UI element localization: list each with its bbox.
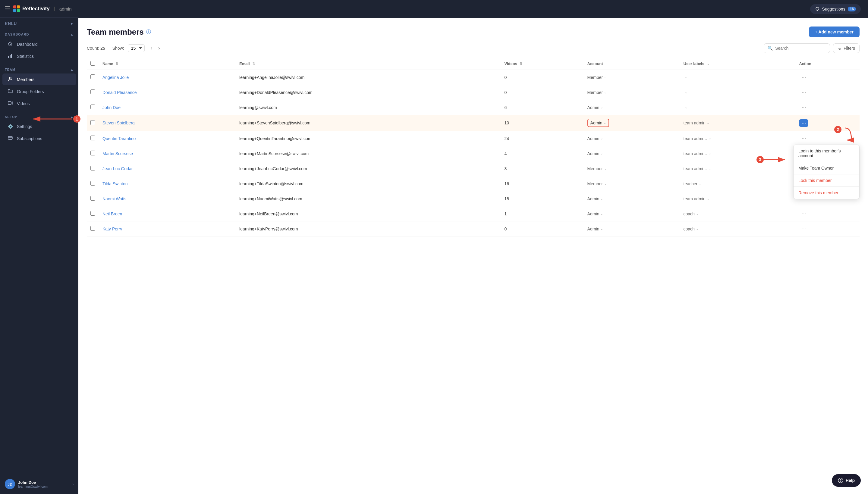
account-select[interactable]: Admin⌄	[587, 196, 676, 201]
row-checkbox[interactable]	[90, 226, 95, 231]
member-name-link[interactable]: Donald Pleasence	[103, 90, 137, 95]
dropdown-item-lock[interactable]: Lock this member	[794, 174, 859, 187]
sidebar-footer[interactable]: JD John Doe learning@swivl.com ›	[0, 474, 78, 494]
dashboard-section-header[interactable]: DASHBOARD ▲	[0, 30, 78, 38]
label-select[interactable]: ⌄	[684, 75, 792, 79]
filters-label: Filters	[844, 46, 855, 51]
sidebar-item-subscriptions[interactable]: Subscriptions	[2, 133, 76, 144]
label-select[interactable]: teacher⌄	[684, 181, 792, 186]
hamburger-icon[interactable]	[5, 6, 10, 12]
org-selector[interactable]: KNLU ▼	[0, 18, 78, 30]
sidebar-item-videos[interactable]: Videos	[2, 98, 76, 109]
member-name-link[interactable]: Jean-Luc Godar	[103, 166, 133, 171]
account-select[interactable]: Admin⌄	[587, 151, 676, 156]
member-name-link[interactable]: Naomi Watts	[103, 196, 127, 201]
row-checkbox[interactable]	[90, 166, 95, 170]
members-table: Name ⇅ Email ⇅ Videos ⇅ Account	[87, 58, 860, 236]
row-checkbox[interactable]	[90, 196, 95, 201]
sidebar-item-members[interactable]: Members	[2, 74, 76, 85]
members-label: Members	[17, 77, 34, 82]
svg-rect-8	[8, 136, 12, 139]
action-button[interactable]: ···	[799, 135, 808, 142]
videos-sort[interactable]: Videos ⇅	[504, 61, 580, 66]
account-select[interactable]: Admin⌄	[587, 227, 676, 231]
member-name-link[interactable]: Angelina Jolie	[103, 75, 129, 80]
team-section-header[interactable]: TEAM ▲	[0, 65, 78, 73]
suggestions-badge: 16	[848, 7, 856, 12]
dropdown-item-make-owner[interactable]: Make Team Owner	[794, 162, 859, 174]
avatar: JD	[5, 479, 15, 489]
sidebar-item-dashboard[interactable]: Dashboard	[2, 38, 76, 50]
footer-user-email: learning@swivl.com	[18, 484, 69, 488]
account-select[interactable]: Member⌄	[587, 181, 676, 186]
table-row: Martin Scorsese learning+MartinScorsese@…	[87, 146, 860, 161]
member-name-link[interactable]: Neil Breen	[103, 211, 122, 216]
subscriptions-icon	[7, 136, 13, 141]
label-select[interactable]: team admin⌄	[684, 196, 792, 201]
org-name: KNLU	[5, 21, 17, 26]
account-select[interactable]: Admin⌄	[587, 136, 676, 141]
row-checkbox[interactable]	[90, 104, 95, 109]
show-select[interactable]: 10 15 25 50	[128, 44, 145, 52]
label-select[interactable]: team admin⌄	[684, 120, 792, 125]
labels-sort[interactable]: User labels ⌄	[684, 61, 792, 66]
dropdown-item-remove[interactable]: Remove this member	[794, 187, 859, 199]
action-button[interactable]: ···	[799, 74, 808, 81]
member-name-link[interactable]: Quentin Tarantino	[103, 136, 136, 141]
section-chevron-up: ▲	[70, 33, 74, 36]
setup-section-header[interactable]: SETUP ▲	[0, 112, 78, 120]
label-select[interactable]: team admi…⌄	[684, 136, 792, 141]
row-checkbox[interactable]	[90, 74, 95, 79]
sidebar-item-settings[interactable]: ⚙️ Settings	[2, 121, 76, 132]
member-email: learning+DonaldPleasence@swivl.com	[236, 85, 501, 100]
account-select[interactable]: Member⌄	[587, 75, 676, 80]
search-input[interactable]	[775, 46, 826, 51]
email-sort[interactable]: Email ⇅	[239, 61, 497, 66]
row-checkbox[interactable]	[90, 181, 95, 186]
label-select[interactable]: team admi…⌄	[684, 151, 792, 156]
sidebar-item-statistics[interactable]: Statistics	[2, 50, 76, 62]
action-button[interactable]: ···	[799, 89, 808, 96]
row-checkbox[interactable]	[90, 211, 95, 216]
member-email: learning@swivl.com	[236, 100, 501, 115]
add-member-button[interactable]: + Add new member	[809, 26, 860, 37]
member-email: learning+AngelinaJolie@swivl.com	[236, 70, 501, 85]
row-checkbox[interactable]	[90, 90, 95, 94]
row-checkbox[interactable]	[90, 151, 95, 155]
member-name-link[interactable]: Steven Spielberg	[103, 120, 135, 125]
name-sort[interactable]: Name ⇅	[103, 61, 232, 66]
help-label: Help	[846, 478, 855, 483]
account-select[interactable]: Member⌄	[587, 166, 676, 171]
next-page-button[interactable]: ›	[156, 44, 162, 52]
prev-page-button[interactable]: ‹	[148, 44, 154, 52]
member-name-link[interactable]: Tilda Swinton	[103, 181, 128, 186]
app-name: Reflectivity	[22, 6, 50, 12]
suggestions-button[interactable]: Suggestions 16	[810, 4, 861, 14]
sidebar-item-group-folders[interactable]: Group Folders	[2, 86, 76, 97]
account-select[interactable]: Admin⌄	[587, 211, 676, 216]
select-all-checkbox[interactable]	[90, 61, 95, 66]
row-checkbox[interactable]	[90, 120, 95, 125]
member-name-link[interactable]: Katy Perry	[103, 227, 122, 231]
member-name-link[interactable]: John Doe	[103, 105, 121, 110]
account-select-highlighted[interactable]: Admin⌄	[587, 119, 609, 127]
action-button[interactable]: ···	[799, 210, 808, 217]
label-select[interactable]: ⌄	[684, 90, 792, 94]
svg-point-9	[816, 7, 819, 10]
table-controls-left: Count: 25 Show: 10 15 25 50 ‹ ›	[87, 44, 162, 52]
row-checkbox[interactable]	[90, 136, 95, 140]
label-select[interactable]: coach⌄	[684, 227, 792, 231]
label-select[interactable]: team admi…⌄	[684, 166, 792, 171]
filters-button[interactable]: Filters	[833, 43, 860, 53]
member-name-link[interactable]: Martin Scorsese	[103, 151, 133, 156]
action-button[interactable]: ···	[799, 103, 808, 111]
label-select[interactable]: ⌄	[684, 106, 792, 109]
label-select[interactable]: coach⌄	[684, 211, 792, 216]
info-icon[interactable]: ⓘ	[146, 29, 151, 35]
account-select[interactable]: Admin⌄	[587, 105, 676, 110]
action-button-active[interactable]: ···	[799, 119, 808, 127]
action-button[interactable]: ···	[799, 225, 808, 232]
account-select[interactable]: Member⌄	[587, 90, 676, 95]
dropdown-item-login[interactable]: Login to this member's account	[794, 145, 859, 162]
help-button[interactable]: ? Help	[832, 474, 861, 487]
